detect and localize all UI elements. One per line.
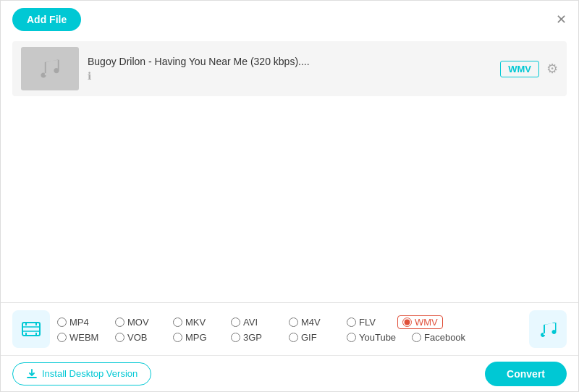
format-option-gif[interactable]: GIF [289, 332, 347, 343]
audio-format-icon-box[interactable] [529, 310, 567, 348]
file-info: Bugoy Drilon - Having You Near Me (320 k… [88, 56, 491, 82]
file-item: Bugoy Drilon - Having You Near Me (320 k… [12, 41, 567, 96]
format-option-mov[interactable]: MOV [115, 317, 173, 328]
footer-bar: Install Desktop Version Convert [1, 355, 578, 391]
format-option-flv[interactable]: FLV [347, 317, 397, 328]
format-option-mkv[interactable]: MKV [173, 317, 231, 328]
music-icon [538, 320, 557, 338]
convert-button[interactable]: Convert [485, 362, 567, 386]
file-actions: WMV ⚙ [500, 61, 558, 77]
format-option-vob[interactable]: VOB [115, 332, 173, 343]
close-button[interactable]: ✕ [556, 13, 567, 26]
svg-rect-1 [25, 323, 27, 325]
svg-rect-0 [22, 323, 40, 336]
video-format-icon-box[interactable] [12, 310, 50, 348]
svg-rect-3 [35, 323, 37, 325]
music-note-icon [37, 56, 63, 82]
format-option-mp4[interactable]: MP4 [57, 317, 115, 328]
format-option-youtube[interactable]: YouTube [347, 332, 412, 343]
format-option-3gp[interactable]: 3GP [231, 332, 289, 343]
file-list: Bugoy Drilon - Having You Near Me (320 k… [1, 35, 578, 102]
install-button[interactable]: Install Desktop Version [12, 362, 151, 385]
file-thumbnail [21, 47, 79, 90]
format-option-mpg[interactable]: MPG [173, 332, 231, 343]
format-badge[interactable]: WMV [500, 61, 539, 77]
svg-rect-2 [25, 333, 27, 336]
format-option-webm[interactable]: WEBM [57, 332, 115, 343]
settings-icon[interactable]: ⚙ [546, 61, 558, 77]
format-option-m4v[interactable]: M4V [289, 317, 347, 328]
film-icon [21, 319, 41, 339]
install-label: Install Desktop Version [42, 368, 138, 379]
add-file-button[interactable]: Add File [12, 8, 81, 31]
main-content [1, 102, 578, 297]
format-option-wmv[interactable]: WMV [397, 315, 443, 329]
format-option-avi[interactable]: AVI [231, 317, 289, 328]
top-bar: Add File ✕ [1, 1, 578, 35]
format-options: MP4 MOV MKV AVI M4V FLV WMV [57, 315, 522, 343]
file-name: Bugoy Drilon - Having You Near Me (320 k… [88, 56, 491, 67]
svg-rect-4 [35, 333, 37, 336]
download-icon [26, 368, 38, 380]
format-option-facebook[interactable]: Facebook [412, 332, 477, 343]
format-bar: MP4 MOV MKV AVI M4V FLV WMV [1, 302, 578, 355]
info-icon[interactable]: ℹ [88, 70, 491, 82]
